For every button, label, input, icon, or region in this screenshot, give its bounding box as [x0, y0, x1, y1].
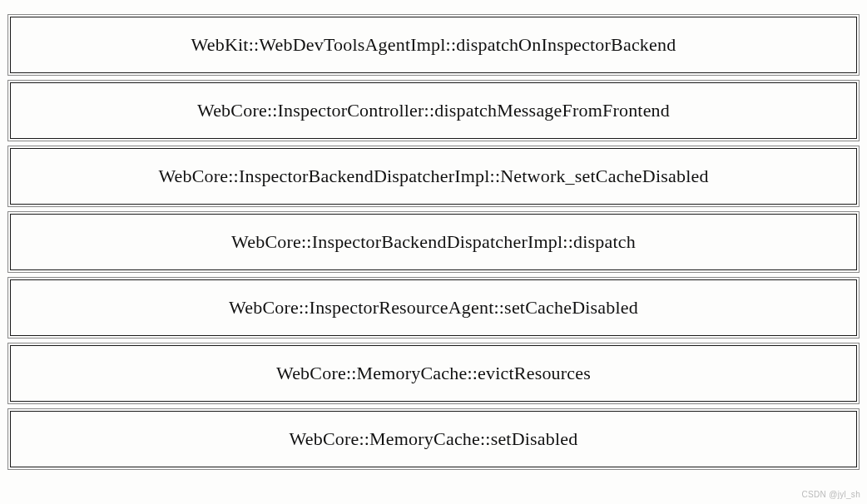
stack-frame: WebCore::MemoryCache::setDisabled: [10, 411, 857, 467]
stack-frame-label: WebCore::MemoryCache::evictResources: [276, 363, 591, 384]
stack-frame: WebCore::InspectorController::dispatchMe…: [10, 82, 857, 139]
stack-frame-label: WebKit::WebDevToolsAgentImpl::dispatchOn…: [191, 34, 676, 56]
stack-frame: WebCore::InspectorBackendDispatcherImpl:…: [10, 148, 857, 205]
stack-frame-label: WebCore::MemoryCache::setDisabled: [290, 428, 578, 450]
call-stack: WebKit::WebDevToolsAgentImpl::dispatchOn…: [10, 17, 857, 467]
stack-frame-label: WebCore::InspectorResourceAgent::setCach…: [229, 297, 638, 319]
stack-frame: WebKit::WebDevToolsAgentImpl::dispatchOn…: [10, 17, 857, 73]
stack-frame: WebCore::InspectorResourceAgent::setCach…: [10, 279, 857, 336]
stack-frame-label: WebCore::InspectorController::dispatchMe…: [197, 100, 670, 121]
stack-frame: WebCore::MemoryCache::evictResources: [10, 345, 857, 402]
stack-frame-label: WebCore::InspectorBackendDispatcherImpl:…: [231, 231, 636, 253]
stack-frame-label: WebCore::InspectorBackendDispatcherImpl:…: [158, 166, 708, 187]
stack-frame: WebCore::InspectorBackendDispatcherImpl:…: [10, 214, 857, 270]
